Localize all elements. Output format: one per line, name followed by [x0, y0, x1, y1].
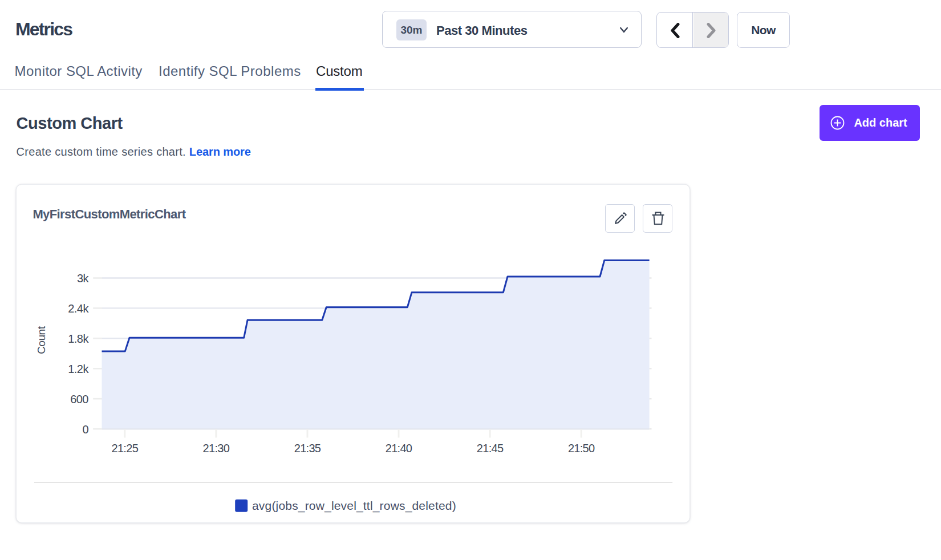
svg-text:21:25: 21:25 — [112, 442, 139, 455]
svg-text:21:35: 21:35 — [294, 442, 321, 455]
svg-text:2.4k: 2.4k — [68, 302, 89, 315]
svg-text:21:30: 21:30 — [203, 442, 230, 455]
svg-text:600: 600 — [70, 393, 88, 405]
svg-text:0: 0 — [82, 423, 88, 436]
svg-text:3k: 3k — [77, 272, 90, 285]
svg-text:21:45: 21:45 — [477, 442, 504, 455]
svg-text:1.8k: 1.8k — [68, 332, 89, 345]
svg-text:21:50: 21:50 — [568, 442, 595, 455]
svg-text:1.2k: 1.2k — [68, 363, 89, 375]
svg-text:avg(jobs_row_level_ttl_rows_de: avg(jobs_row_level_ttl_rows_deleted) — [252, 499, 456, 513]
svg-text:21:40: 21:40 — [386, 442, 412, 455]
svg-text:Count: Count — [35, 326, 47, 354]
